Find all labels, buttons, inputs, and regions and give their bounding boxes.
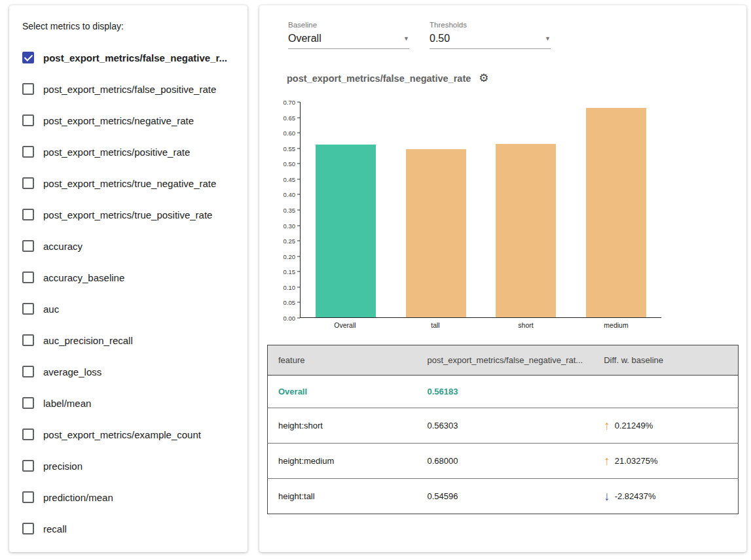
bar-short[interactable] [496, 144, 556, 317]
checkbox-icon[interactable] [22, 52, 34, 63]
value-cell: 0.68000 [416, 444, 593, 479]
metric-checkbox-item[interactable]: precision [22, 450, 234, 481]
metric-checkbox-item[interactable]: post_export_metrics/false_negative_r... [22, 42, 234, 73]
metrics-table: feature post_export_metrics/false_negati… [267, 345, 739, 514]
y-tick: 0.70 [284, 99, 301, 106]
metric-label: post_export_metrics/true_negative_rate [43, 178, 216, 189]
metric-list: post_export_metrics/false_negative_r... … [22, 42, 234, 544]
baseline-select[interactable]: Baseline Overall ▼ [288, 21, 409, 49]
chart-plot-row: 0.000.050.100.150.200.250.300.350.400.45… [272, 102, 739, 318]
header-feature: feature [268, 345, 417, 376]
metric-checkbox-item[interactable]: post_export_metrics/true_negative_rate [22, 167, 234, 199]
checkbox-icon[interactable] [22, 303, 34, 315]
checkbox-icon[interactable] [22, 334, 34, 346]
value-cell: 0.54596 [416, 479, 593, 514]
x-axis-label: medium [571, 321, 661, 329]
metric-checkbox-item[interactable]: recall [22, 513, 234, 544]
checkbox-icon[interactable] [22, 491, 34, 503]
checkbox-icon[interactable] [22, 146, 34, 158]
y-tick: 0.45 [284, 175, 301, 183]
x-axis-label: short [481, 321, 571, 329]
feature-cell: Overall [268, 376, 417, 408]
metric-checkbox-item[interactable]: accuracy [22, 230, 234, 262]
diff-text: 21.03275% [615, 456, 658, 466]
metric-checkbox-item[interactable]: auc [22, 293, 234, 324]
metric-label: auc [43, 304, 59, 315]
y-tick: 0.20 [284, 253, 301, 260]
checkbox-icon[interactable] [22, 83, 34, 95]
diff-text: -2.82437% [615, 491, 656, 501]
diff-cell [593, 376, 738, 408]
metric-checkbox-item[interactable]: post_export_metrics/negative_rate [22, 105, 234, 136]
x-axis-label: Overall [300, 321, 390, 329]
bar-Overall[interactable] [316, 145, 376, 317]
metric-checkbox-item[interactable]: post_export_metrics/true_positive_rate [22, 199, 234, 230]
metric-label: precision [43, 461, 82, 472]
checkbox-icon[interactable] [22, 177, 34, 189]
down-arrow-icon: ↓ [604, 490, 610, 502]
thresholds-select-value: 0.50 [430, 33, 450, 44]
up-arrow-icon: ↑ [604, 455, 610, 467]
chevron-down-icon: ▼ [545, 35, 551, 42]
gear-icon[interactable]: ⚙ [479, 73, 488, 84]
checkbox-icon[interactable] [22, 271, 34, 283]
feature-cell: height:tall [268, 479, 417, 514]
metric-label: post_export_metrics/false_positive_rate [43, 84, 216, 95]
y-tick: 0.30 [284, 222, 301, 229]
metric-label: accuracy_baseline [43, 272, 124, 283]
feature-cell: height:short [268, 408, 417, 444]
metric-checkbox-item[interactable]: auc_precision_recall [22, 324, 234, 356]
y-axis: 0.000.050.100.150.200.250.300.350.400.45… [272, 102, 300, 318]
value-cell: 0.56303 [416, 408, 593, 444]
diff-inner: ↑ 21.03275% [604, 455, 727, 467]
y-tick: 0.40 [284, 191, 301, 198]
bar-medium[interactable] [586, 108, 646, 317]
checkbox-icon[interactable] [22, 397, 34, 409]
table-header-row: feature post_export_metrics/false_negati… [268, 345, 739, 376]
metric-checkbox-item[interactable]: post_export_metrics/positive_rate [22, 136, 234, 167]
thresholds-select[interactable]: Thresholds 0.50 ▼ [430, 21, 551, 49]
diff-cell: ↓ -2.82437% [593, 479, 738, 514]
chevron-down-icon: ▼ [403, 35, 409, 42]
metric-checkbox-item[interactable]: post_export_metrics/example_count [22, 419, 234, 450]
metric-checkbox-item[interactable]: average_loss [22, 356, 234, 387]
thresholds-select-label: Thresholds [430, 21, 551, 29]
plot-area [300, 102, 661, 318]
thresholds-select-value-row[interactable]: 0.50 ▼ [430, 33, 551, 49]
diff-cell: ↑ 21.03275% [593, 444, 738, 479]
metric-label: post_export_metrics/example_count [43, 429, 201, 440]
y-tick: 0.25 [284, 237, 301, 245]
metric-label: accuracy [43, 241, 82, 252]
x-axis-labels: Overalltallshortmedium [300, 321, 661, 329]
up-arrow-icon: ↑ [604, 419, 610, 432]
metric-checkbox-item[interactable]: post_export_metrics/false_positive_rate [22, 73, 234, 105]
table-row: height:tall 0.54596 ↓ -2.82437% [268, 479, 739, 514]
checkbox-icon[interactable] [22, 460, 34, 472]
metric-label: post_export_metrics/true_positive_rate [43, 209, 212, 220]
baseline-select-value-row[interactable]: Overall ▼ [288, 33, 409, 49]
chart-header: post_export_metrics/false_negative_rate … [287, 73, 739, 84]
checkbox-icon[interactable] [22, 114, 34, 126]
checkbox-icon[interactable] [22, 366, 34, 377]
metric-checkbox-item[interactable]: prediction/mean [22, 481, 234, 513]
checkbox-icon[interactable] [22, 240, 34, 252]
bar-slot [391, 102, 481, 317]
metric-checkbox-item[interactable]: accuracy_baseline [22, 262, 234, 293]
y-tick: 0.55 [284, 145, 301, 152]
bar-tall[interactable] [406, 149, 466, 317]
metric-label: auc_precision_recall [43, 335, 133, 346]
metric-label: recall [43, 523, 67, 534]
table-row: height:medium 0.68000 ↑ 21.03275% [268, 444, 739, 479]
diff-text: 0.21249% [615, 421, 653, 430]
diff-inner: ↑ 0.21249% [604, 419, 727, 432]
y-tick: 0.60 [284, 130, 301, 137]
checkbox-icon[interactable] [22, 429, 34, 440]
baseline-select-value: Overall [288, 33, 321, 44]
chart-title: post_export_metrics/false_negative_rate [287, 73, 471, 84]
value-cell: 0.56183 [416, 376, 593, 408]
checkbox-icon[interactable] [22, 209, 34, 220]
bar-slot [571, 102, 661, 317]
metric-select-title: Select metrics to display: [22, 21, 234, 31]
checkbox-icon[interactable] [22, 523, 34, 534]
metric-checkbox-item[interactable]: label/mean [22, 387, 234, 419]
